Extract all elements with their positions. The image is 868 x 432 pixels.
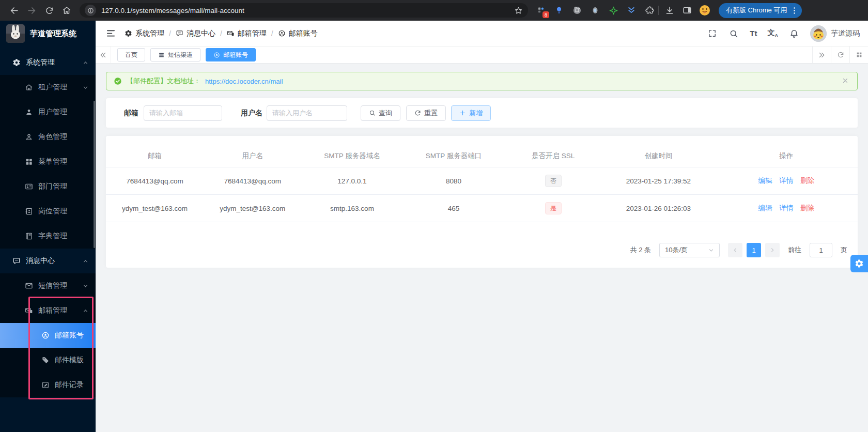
tab-refresh-icon[interactable] [831,47,849,63]
sidebar-item-mail-management[interactable]: 邮箱管理 [0,298,96,323]
username: 芋道源码 [831,29,860,38]
chrome-update-button[interactable]: 有新版 Chrome 可用 [719,3,802,18]
table-row: 7684413@qq.com 7684413@qq.com 127.0.0.1 … [106,167,858,195]
site-info-icon[interactable] [85,5,96,16]
browser-back-icon[interactable] [5,2,23,19]
edit-link[interactable]: 编辑 [758,177,772,184]
sidebar-item-mail-template[interactable]: 邮件模版 [0,348,96,373]
bell-icon[interactable] [788,28,800,39]
cell-username: ydym_test@163.com [204,195,301,222]
fullscreen-icon[interactable] [706,28,718,39]
breadcrumb: 系统管理 / 消息中心 / 邮箱管理 / 邮箱账号 [125,29,318,38]
language-icon[interactable]: 文A [768,28,779,38]
sidebar-logo-row[interactable]: 芋道管理系统 [0,21,96,47]
search-icon[interactable] [728,28,739,39]
tab-mail-account[interactable]: 邮箱账号 [206,48,256,61]
extensions-puzzle-icon[interactable] [643,4,656,17]
tag-icon [41,356,50,364]
tabs-bar-controls [812,47,868,63]
search-button[interactable]: 查询 [361,105,400,121]
grid-icon [25,158,33,166]
extension-icon-1[interactable]: 8 [534,4,548,17]
breadcrumb-message-center[interactable]: 消息中心 [176,29,215,38]
mail-account-table: 邮箱 用户名 SMTP 服务器域名 SMTP 服务器端口 是否开启 SSL 创建… [106,146,858,222]
font-size-icon[interactable]: Tt [750,29,757,38]
extension-icon-3[interactable] [570,4,584,17]
settings-fab-button[interactable] [850,255,868,272]
sidebar-item-department-management[interactable]: 部门管理 [0,174,96,199]
doc-link[interactable]: https://doc.iocoder.cn/mail [205,78,283,85]
breadcrumb-system-management[interactable]: 系统管理 [125,29,164,38]
sidebar-item-post-management[interactable]: 岗位管理 [0,199,96,224]
downloads-icon[interactable] [661,2,678,19]
detail-link[interactable]: 详情 [779,204,793,212]
extension-icon-6[interactable] [625,4,638,17]
sidebar-item-tenant-management[interactable]: 租户管理 [0,75,96,100]
browser-menu-dots-icon [790,6,799,15]
user-menu[interactable]: 芋道源码 [810,25,860,42]
prev-page-button[interactable] [728,243,742,257]
sidebar-item-dict-management[interactable]: 字典管理 [0,224,96,249]
search-filter-card: 邮箱 用户名 查询 重置 新增 [106,98,858,128]
url-text[interactable]: 127.0.0.1/system/messages/mail/mail-acco… [101,7,514,14]
side-panel-icon[interactable] [678,2,696,19]
email-input[interactable] [144,105,222,121]
toolbar-divider [658,6,659,15]
table-row: ydym_test@163.com ydym_test@163.com smtp… [106,195,858,222]
next-page-button[interactable] [765,243,780,257]
menu-fold-icon[interactable] [104,27,117,40]
sidebar-item-user-management[interactable]: 用户管理 [0,100,96,125]
sidebar-item-sms-management[interactable]: 短信管理 [0,273,96,298]
browser-refresh-icon[interactable] [40,2,58,19]
chevron-up-icon [83,258,88,264]
breadcrumb-mail-management[interactable]: 邮箱管理 [227,29,267,38]
sidebar-item-role-management[interactable]: 角色管理 [0,125,96,149]
goto-page-input[interactable] [810,243,832,257]
sidebar-item-mail-account[interactable]: 邮箱账号 [0,323,96,348]
delete-link[interactable]: 删除 [800,177,814,184]
edit-link[interactable]: 编辑 [758,204,772,212]
cell-smtp-domain: smtp.163.com [301,195,402,222]
id-card-icon [25,182,33,191]
username-input[interactable] [267,105,347,121]
sidebar-item-menu-management[interactable]: 菜单管理 [0,149,96,174]
extension-icon-2[interactable] [552,4,566,17]
delete-link[interactable]: 删除 [800,204,814,212]
add-button[interactable]: 新增 [451,105,491,121]
tabs-scroll-right-icon[interactable] [812,47,831,63]
tab-layout-grid-icon[interactable] [849,47,868,63]
tabs-scroll-left-icon[interactable] [96,47,111,63]
account-circle-icon [278,29,286,37]
extension-icon-5[interactable] [607,4,620,17]
browser-forward-icon[interactable] [23,2,40,19]
breadcrumb-separator: / [169,29,171,38]
extension-icon-4[interactable] [588,4,602,17]
alert-close-icon[interactable] [842,77,850,85]
browser-home-icon[interactable] [58,2,75,19]
cell-smtp-domain: 127.0.0.1 [301,167,402,195]
ssl-tag-yes: 是 [545,202,562,214]
app-header: 系统管理 / 消息中心 / 邮箱管理 / 邮箱账号 [96,21,868,47]
profile-avatar-emoji[interactable] [696,2,714,19]
sidebar-item-mail-log[interactable]: 邮件记录 [0,373,96,397]
user-outline-icon [25,133,33,141]
sidebar-item-message-center[interactable]: 消息中心 [0,249,96,273]
user-icon [25,108,33,116]
sidebar-scrollbar-thumb[interactable] [94,101,95,248]
breadcrumb-mail-account[interactable]: 邮箱账号 [278,29,318,38]
tab-sms-channel[interactable]: 短信渠道 [150,48,200,61]
detail-link[interactable]: 详情 [779,177,793,184]
sidebar-item-system-management[interactable]: 系统管理 [0,50,96,75]
account-circle-icon [213,52,220,58]
cell-created-at: 2023-01-26 01:26:03 [602,195,715,222]
chevron-down-icon [83,283,88,289]
tab-home[interactable]: 首页 [117,48,145,61]
reset-button[interactable]: 重置 [406,105,446,121]
address-bar[interactable]: 127.0.0.1/system/messages/mail/mail-acco… [80,3,528,18]
page-number-1[interactable]: 1 [747,243,761,257]
mail-device-icon [25,306,33,315]
email-label: 邮箱 [124,109,138,118]
page-size-select[interactable]: 10条/页 [659,243,720,257]
col-smtp-domain: SMTP 服务器域名 [301,146,402,167]
bookmark-star-icon[interactable] [514,6,523,15]
